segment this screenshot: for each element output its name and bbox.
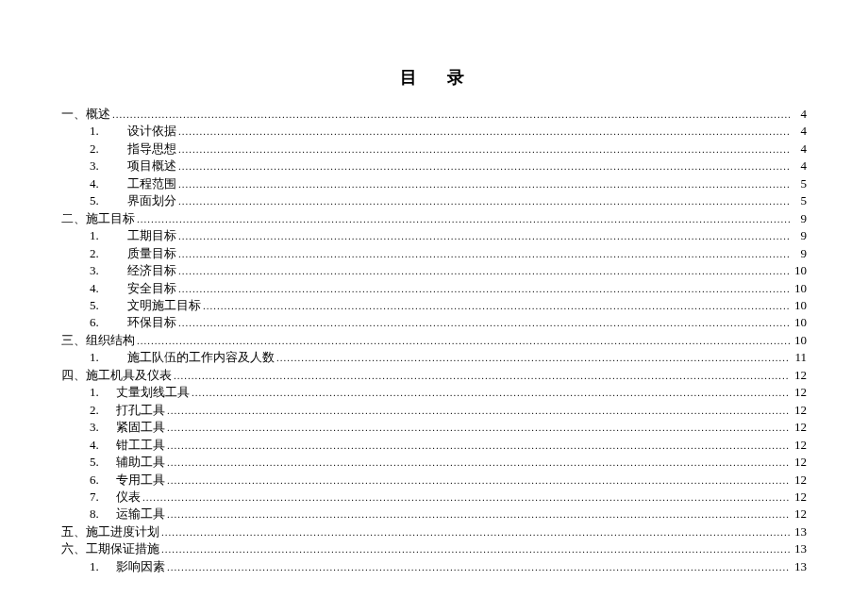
toc-entry: 六、工期保证措施13 — [61, 540, 807, 557]
toc-label: 环保目标 — [114, 314, 176, 331]
toc-entry: 2.指导思想4 — [61, 141, 807, 158]
toc-marker: 1. — [90, 123, 114, 140]
toc-marker: 3. — [90, 262, 114, 279]
toc-label: 文明施工目标 — [114, 297, 201, 314]
toc-label: 组织结构 — [86, 332, 135, 349]
toc-entry: 4.安全目标10 — [61, 280, 807, 297]
toc-leader-dots — [110, 108, 790, 123]
toc-marker: 1. — [90, 349, 114, 366]
toc-entry: 1.工期目标9 — [61, 227, 807, 244]
toc-page-number: 12 — [790, 437, 807, 454]
toc-entry: 5.文明施工目标10 — [61, 297, 807, 314]
toc-marker: 4. — [90, 280, 114, 297]
toc-entry: 1.施工队伍的工作内容及人数11 — [61, 349, 807, 366]
toc-page-number: 10 — [790, 314, 807, 331]
toc-leader-dots — [190, 386, 790, 401]
toc-marker: 5. — [90, 454, 114, 471]
toc-marker: 2. — [90, 141, 114, 158]
toc-label: 工程范围 — [114, 175, 176, 192]
toc-page-number: 10 — [790, 262, 807, 279]
toc-entry: 四、施工机具及仪表12 — [61, 367, 807, 384]
toc-title: 目录 — [61, 66, 807, 89]
toc-label: 施工目标 — [86, 210, 135, 227]
toc-entry: 一、概述4 — [61, 106, 807, 123]
toc-label: 影响因素 — [114, 558, 165, 575]
toc-page-number: 4 — [790, 106, 807, 123]
toc-page-number: 12 — [790, 506, 807, 523]
toc-label: 指导思想 — [114, 141, 176, 158]
toc-marker: 一、 — [61, 106, 86, 123]
toc-label: 概述 — [86, 106, 110, 123]
toc-leader-dots — [176, 142, 790, 158]
toc-label: 紧固工具 — [114, 419, 165, 436]
toc-page-number: 12 — [790, 472, 807, 489]
toc-marker: 7. — [90, 489, 114, 506]
toc-label: 项目概述 — [114, 158, 176, 174]
toc-label: 经济目标 — [114, 262, 176, 279]
toc-entry: 4.工程范围5 — [61, 175, 807, 192]
toc-page-number: 9 — [790, 227, 807, 244]
toc-marker: 四、 — [61, 367, 86, 384]
toc-label: 安全目标 — [114, 280, 176, 297]
toc-leader-dots — [165, 473, 790, 489]
toc-page-number: 13 — [790, 540, 807, 557]
toc-page-number: 10 — [790, 297, 807, 314]
toc-page-number: 4 — [790, 158, 807, 174]
document-page: 目录 一、概述41.设计依据42.指导思想43.项目概述44.工程范围55.界面… — [0, 0, 868, 614]
toc-entry: 三、组织结构10 — [61, 332, 807, 349]
toc-page-number: 4 — [790, 141, 807, 158]
toc-leader-dots — [165, 404, 790, 419]
toc-page-number: 12 — [790, 367, 807, 384]
toc-leader-dots — [135, 334, 790, 349]
toc-marker: 6. — [90, 472, 114, 489]
toc-leader-dots — [275, 351, 790, 366]
toc-marker: 6. — [90, 314, 114, 331]
toc-page-number: 5 — [790, 175, 807, 192]
toc-marker: 六、 — [61, 540, 86, 557]
toc-marker: 4. — [90, 437, 114, 454]
toc-page-number: 13 — [790, 558, 807, 575]
toc-entry: 1.设计依据4 — [61, 123, 807, 140]
toc-leader-dots — [165, 456, 790, 471]
toc-leader-dots — [141, 490, 790, 506]
toc-marker: 8. — [90, 506, 114, 523]
toc-page-number: 12 — [790, 384, 807, 401]
toc-entry: 1.影响因素13 — [61, 558, 807, 575]
toc-leader-dots — [176, 316, 790, 331]
toc-leader-dots — [172, 369, 790, 384]
toc-label: 施工机具及仪表 — [86, 367, 172, 384]
toc-label: 专用工具 — [114, 472, 165, 489]
toc-leader-dots — [176, 229, 790, 244]
toc-entry: 4.钳工工具12 — [61, 437, 807, 454]
toc-marker: 1. — [90, 558, 114, 575]
toc-leader-dots — [165, 560, 790, 575]
toc-entry: 1.丈量划线工具12 — [61, 384, 807, 401]
toc-marker: 2. — [90, 245, 114, 262]
toc-entry: 7.仪表12 — [61, 489, 807, 506]
toc-marker: 三、 — [61, 332, 86, 349]
toc-leader-dots — [176, 264, 790, 279]
toc-leader-dots — [201, 299, 790, 314]
toc-page-number: 9 — [790, 245, 807, 262]
toc-container: 一、概述41.设计依据42.指导思想43.项目概述44.工程范围55.界面划分5… — [61, 106, 807, 575]
toc-leader-dots — [176, 124, 790, 140]
toc-entry: 3.经济目标10 — [61, 262, 807, 279]
toc-marker: 5. — [90, 297, 114, 314]
toc-page-number: 12 — [790, 454, 807, 471]
toc-leader-dots — [176, 282, 790, 297]
toc-label: 质量目标 — [114, 245, 176, 262]
toc-marker: 1. — [90, 384, 114, 401]
toc-entry: 2.打孔工具12 — [61, 402, 807, 419]
toc-entry: 6.专用工具12 — [61, 472, 807, 489]
toc-leader-dots — [176, 177, 790, 192]
toc-leader-dots — [176, 159, 790, 174]
toc-label: 打孔工具 — [114, 402, 165, 419]
toc-entry: 5.界面划分5 — [61, 192, 807, 209]
title-char-2: 录 — [447, 68, 468, 87]
toc-page-number: 10 — [790, 332, 807, 349]
toc-page-number: 13 — [790, 523, 807, 540]
toc-leader-dots — [165, 421, 790, 436]
title-char-1: 目 — [400, 68, 421, 87]
toc-page-number: 5 — [790, 192, 807, 209]
toc-label: 施工队伍的工作内容及人数 — [114, 349, 275, 366]
